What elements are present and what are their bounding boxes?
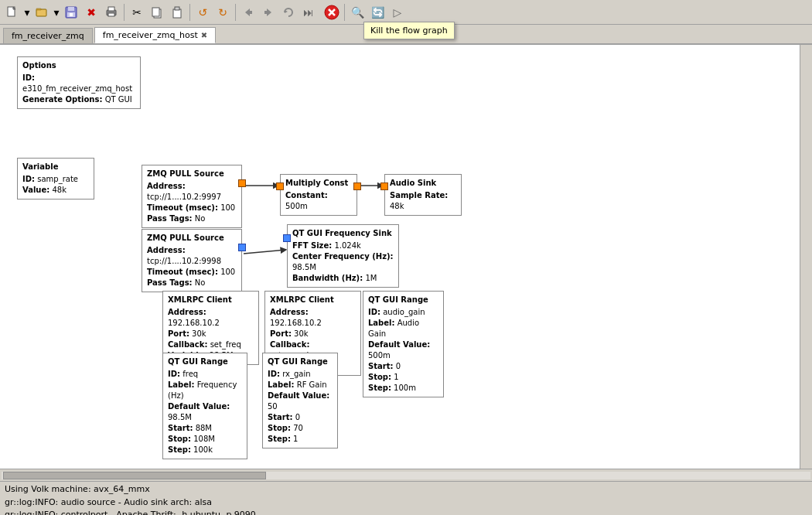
rotate-back-button[interactable] <box>279 3 298 22</box>
hscroll-thumb[interactable] <box>3 472 266 479</box>
kill-tooltip: Kill the flow graph <box>363 22 455 39</box>
xmlrpc1-addr: Address: 192.168.10.2 <box>168 307 254 329</box>
toolbar: ▾ ▾ ✖ ✂ ↺ ↻ ⏭ 🔍 🔄 ▷ Kill the flow graph <box>0 0 812 25</box>
range3-title: QT GUI Range <box>268 356 333 367</box>
svg-rect-2 <box>36 9 41 10</box>
range2-stop: Stop: 108M <box>168 434 242 445</box>
svg-rect-4 <box>68 7 74 11</box>
block-qt-freq-sink[interactable]: QT GUI Frequency Sink FFT Size: 1.024k C… <box>287 224 399 288</box>
variable-value: Value: 48k <box>22 185 89 196</box>
block-qt-range-3[interactable]: QT GUI Range ID: rx_gain Label: RF Gain … <box>262 353 338 448</box>
range1-id: ID: audio_gain <box>368 307 438 318</box>
sep4 <box>344 4 345 21</box>
svg-rect-1 <box>36 9 46 16</box>
zmq2-addr: Address: tcp://1....10.2:9998 <box>147 245 237 267</box>
range2-label: Label: Frequency (Hz) <box>168 380 242 401</box>
zmq2-title: ZMQ PULL Source <box>147 233 237 244</box>
status-line-2: gr::log:INFO: audio source - Audio sink … <box>5 496 807 510</box>
xmlrpc1-port: Port: 30k <box>168 329 254 339</box>
redo-button[interactable]: ↻ <box>213 3 232 22</box>
block-zmq-pull-2[interactable]: ZMQ PULL Source Address: tcp://1....10.2… <box>142 229 242 292</box>
status-line-1: Using Volk machine: avx_64_mmx <box>5 483 807 496</box>
svg-marker-14 <box>245 9 250 16</box>
audio-in-port <box>380 182 388 190</box>
mult-out-port <box>353 182 361 190</box>
tab-close-2[interactable]: ✖ <box>201 31 207 39</box>
block-qt-range-1[interactable]: QT GUI Range ID: audio_gain Label: Audio… <box>363 291 444 397</box>
range1-label: Label: Audio Gain <box>368 318 438 339</box>
forward-button[interactable] <box>259 3 278 22</box>
zmq1-addr: Address: tcp://1....10.2:9997 <box>147 181 237 203</box>
save-button[interactable] <box>62 3 80 22</box>
svg-marker-18 <box>285 10 288 13</box>
new-dropdown-btn[interactable]: ▾ <box>23 3 31 22</box>
block-qt-range-2[interactable]: QT GUI Range ID: freq Label: Frequency (… <box>162 353 247 459</box>
statusbar: Using Volk machine: avx_64_mmx gr::log:I… <box>0 481 812 515</box>
svg-rect-8 <box>108 7 114 11</box>
zmq1-pass: Pass Tags: No <box>147 213 237 224</box>
options-id: ID: e310_fm_receiver_zmq_host <box>22 73 135 94</box>
zmq1-title: ZMQ PULL Source <box>147 169 237 179</box>
range1-stop: Stop: 1 <box>368 372 438 383</box>
block-zmq-pull-1[interactable]: ZMQ PULL Source Address: tcp://1....10.2… <box>142 165 242 228</box>
range1-default: Default Value: 500m <box>368 339 438 361</box>
search-button[interactable]: 🔍 <box>348 3 367 22</box>
range2-start: Start: 88M <box>168 423 242 434</box>
open-button[interactable] <box>32 3 51 22</box>
range2-id: ID: freq <box>168 369 242 380</box>
undo-button[interactable]: ↺ <box>193 3 212 22</box>
block-options[interactable]: Options ID: e310_fm_receiver_zmq_host Ge… <box>17 56 141 109</box>
vertical-scrollbar[interactable] <box>800 45 812 469</box>
hscroll-track[interactable] <box>2 472 810 479</box>
variable-id: ID: samp_rate <box>22 174 89 185</box>
svg-rect-17 <box>264 11 267 14</box>
svg-rect-13 <box>175 7 179 10</box>
audio-rate: Sample Rate: 48k <box>390 190 456 212</box>
kill-button[interactable] <box>322 3 341 22</box>
mult-title: Multiply Const <box>285 178 352 189</box>
sep1 <box>124 4 125 21</box>
freq-sink-fft: FFT Size: 1.024k <box>292 240 394 251</box>
open-dropdown-btn[interactable]: ▾ <box>53 3 60 22</box>
range2-step: Step: 100k <box>168 445 242 455</box>
svg-rect-6 <box>70 13 73 16</box>
horizontal-scrollbar-area[interactable] <box>0 469 812 481</box>
svg-rect-15 <box>250 11 252 14</box>
block-audio-sink[interactable]: Audio Sink Sample Rate: 48k <box>384 174 462 216</box>
sep2 <box>189 4 190 21</box>
main-area: Options ID: e310_fm_receiver_zmq_host Ge… <box>0 45 812 469</box>
block-multiply-const[interactable]: Multiply Const Constant: 500m <box>280 174 357 216</box>
close-button[interactable]: ✖ <box>82 3 101 22</box>
back-button[interactable] <box>239 3 258 22</box>
options-generate: Generate Options: QT GUI <box>22 94 135 105</box>
tab-fm-receiver-zmq-host[interactable]: fm_receiver_zmq_host ✖ <box>94 27 216 43</box>
canvas[interactable]: Options ID: e310_fm_receiver_zmq_host Ge… <box>0 45 800 469</box>
refresh-button[interactable]: 🔄 <box>368 3 387 22</box>
tab-label-1: fm_receiver_zmq <box>12 31 84 41</box>
xmlrpc1-cb: Callback: set_freq <box>168 339 254 350</box>
range3-stop: Stop: 70 <box>268 423 333 434</box>
tab-fm-receiver-zmq[interactable]: fm_receiver_zmq <box>3 28 93 43</box>
range3-id: ID: rx_gain <box>268 369 333 380</box>
copy-button[interactable] <box>148 3 166 22</box>
svg-rect-11 <box>152 8 159 16</box>
zmq1-timeout: Timeout (msec): 100 <box>147 203 237 213</box>
sep3 <box>235 4 236 21</box>
audio-title: Audio Sink <box>390 178 456 189</box>
paste-button[interactable] <box>168 3 186 22</box>
extra-button[interactable]: ▷ <box>388 3 407 22</box>
range3-start: Start: 0 <box>268 412 333 423</box>
xmlrpc2-title: XMLRPC Client <box>270 295 356 305</box>
mult-const: Constant: 500m <box>285 190 352 212</box>
new-button[interactable] <box>3 3 22 22</box>
range2-title: QT GUI Range <box>168 356 242 367</box>
range1-start: Start: 0 <box>368 361 438 372</box>
block-variable[interactable]: Variable ID: samp_rate Value: 48k <box>17 158 94 200</box>
xmlrpc2-port: Port: 30k <box>270 329 356 339</box>
range2-default: Default Value: 98.5M <box>168 401 242 423</box>
xmlrpc2-addr: Address: 192.168.10.2 <box>270 307 356 329</box>
range3-step: Step: 1 <box>268 434 333 445</box>
cut-button[interactable]: ✂ <box>128 3 146 22</box>
skip-button[interactable]: ⏭ <box>299 3 318 22</box>
print-button[interactable] <box>102 3 121 22</box>
